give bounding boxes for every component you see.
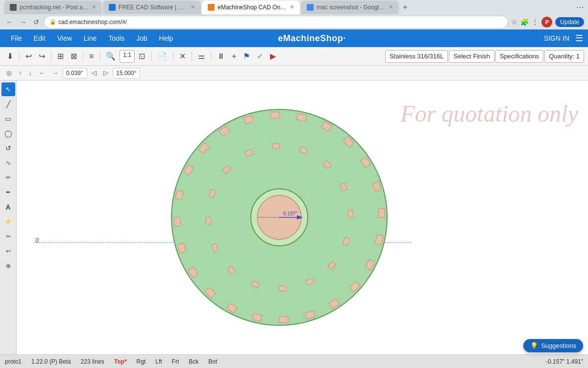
youtube-button[interactable]: ▶ bbox=[267, 50, 279, 63]
menu-help[interactable]: Help bbox=[153, 32, 179, 44]
snap-icon[interactable]: ◎ bbox=[4, 68, 14, 78]
reload-button[interactable]: ↺ bbox=[31, 16, 41, 28]
cad-drawing: 0.197" bbox=[162, 100, 397, 335]
hamburger-icon[interactable]: ☰ bbox=[575, 33, 583, 44]
svg-rect-31 bbox=[348, 210, 353, 217]
quantity-display: Quantity: 1 bbox=[544, 50, 584, 63]
zoom-out-button[interactable]: 🔍 bbox=[103, 50, 119, 63]
view-frt-button[interactable]: Frt bbox=[172, 358, 179, 365]
rectangle-tool-button[interactable]: ▭ bbox=[1, 112, 15, 126]
angle-left-icon[interactable]: ◁ bbox=[89, 68, 99, 78]
dim-zero-label: 0 bbox=[35, 237, 39, 244]
lock-icon: 🔒 bbox=[49, 19, 56, 25]
menu-line[interactable]: Line bbox=[78, 32, 102, 44]
settings-icon[interactable]: ⋮ bbox=[532, 18, 539, 26]
magnet-tool-button[interactable]: ⊕ bbox=[1, 259, 15, 273]
close-tab-2-icon[interactable]: ✕ bbox=[191, 4, 195, 10]
profile-button[interactable]: P bbox=[541, 17, 552, 27]
suggestions-icon: 💡 bbox=[530, 342, 538, 349]
ungroup-button[interactable]: ⊠ bbox=[68, 50, 80, 63]
select-tool-button[interactable]: ↖ bbox=[1, 82, 15, 96]
menu-tools[interactable]: Tools bbox=[102, 32, 130, 44]
up-arrow-icon[interactable]: ↑ bbox=[16, 68, 24, 78]
arc-tool-button[interactable]: ↺ bbox=[1, 141, 15, 155]
undo-button[interactable]: ↩ bbox=[23, 50, 35, 63]
separator-2 bbox=[51, 52, 51, 61]
specifications-button[interactable]: Specifications bbox=[495, 50, 543, 63]
add-button[interactable]: + bbox=[229, 50, 239, 63]
close-tab-3-icon[interactable]: ✕ bbox=[290, 4, 294, 10]
text-tool-button[interactable]: A bbox=[1, 200, 15, 214]
tab-google[interactable]: mac screenshot - Google Sear... ✕ bbox=[301, 0, 399, 14]
forward-button[interactable]: → bbox=[18, 16, 28, 28]
tab-emachineshop[interactable]: eMachineShop CAD Online | N... ✕ bbox=[202, 0, 300, 14]
tab-bar: pcmhacking.net - Post a reply ✕ FREE CAD… bbox=[0, 0, 588, 15]
extension-icon[interactable]: 🧩 bbox=[520, 18, 529, 26]
secondary-toolbar: ◎ ↑ ↓ ← → 0.039" ◁ ▷ 15.000° bbox=[0, 66, 588, 80]
menu-view[interactable]: View bbox=[51, 32, 78, 44]
menu-file[interactable]: File bbox=[5, 32, 28, 44]
line-tool-button[interactable]: ╱ bbox=[1, 97, 15, 111]
separator-4 bbox=[99, 52, 100, 61]
right-arrow-icon[interactable]: → bbox=[49, 68, 61, 78]
sketch-tool-button[interactable]: ✏ bbox=[1, 171, 15, 184]
view-bot-button[interactable]: Bot bbox=[208, 358, 217, 365]
menu-edit[interactable]: Edit bbox=[28, 32, 51, 44]
check-button[interactable]: ✓ bbox=[254, 50, 266, 63]
separator-7 bbox=[192, 52, 192, 61]
new-tab-button[interactable]: + bbox=[400, 3, 410, 12]
back-button[interactable]: ← bbox=[4, 16, 15, 28]
view-bck-button[interactable]: Bck bbox=[189, 358, 198, 365]
material-selector[interactable]: Stainless 316/316L bbox=[385, 50, 448, 63]
zoom-level-display[interactable]: 1:1 bbox=[120, 50, 135, 63]
separator-5 bbox=[151, 52, 151, 61]
bookmark-icon[interactable]: ☆ bbox=[511, 18, 517, 26]
redo-button[interactable]: ↪ bbox=[36, 50, 48, 63]
svg-rect-39 bbox=[206, 217, 211, 224]
pen-tool-button[interactable]: ✒ bbox=[1, 185, 15, 199]
tab-freecad[interactable]: FREE CAD Software | Design C... ✕ bbox=[103, 0, 201, 14]
angle-right-icon[interactable]: ▷ bbox=[101, 68, 111, 78]
mirror-button[interactable]: ⚌ bbox=[195, 50, 208, 63]
left-toolbar: ↖ ╱ ▭ ◯ ↺ ∿ ✏ ✒ A ⚡ ✂ ↩ ⊕ bbox=[0, 80, 17, 354]
trim-tool-button[interactable]: ✂ bbox=[1, 230, 15, 243]
left-arrow-icon[interactable]: ← bbox=[36, 68, 48, 78]
separator-3 bbox=[83, 52, 83, 61]
group-button[interactable]: ⊞ bbox=[54, 50, 67, 63]
browser-chrome: pcmhacking.net - Post a reply ✕ FREE CAD… bbox=[0, 0, 588, 29]
url-bar[interactable]: 🔒 cad.emachineshop.com/#/ bbox=[44, 16, 508, 28]
menu-right: SIGN IN ☰ bbox=[544, 33, 583, 44]
sign-in-button[interactable]: SIGN IN bbox=[544, 34, 569, 42]
coordinates-display: -0.157" 1.491" bbox=[546, 358, 583, 365]
angle-value[interactable]: 15.000° bbox=[113, 68, 140, 79]
svg-text:0.197": 0.197" bbox=[283, 211, 297, 216]
finish-selector[interactable]: Select Finish bbox=[449, 50, 494, 63]
view-top-button[interactable]: Top* bbox=[114, 358, 127, 365]
spline-tool-button[interactable]: ∿ bbox=[1, 156, 15, 170]
flag-button[interactable]: ⚑ bbox=[240, 50, 253, 63]
suggestions-button[interactable]: 💡 Suggestions bbox=[523, 339, 583, 352]
view-rgt-button[interactable]: Rgt bbox=[137, 358, 146, 365]
fillet-tool-button[interactable]: ↩ bbox=[1, 244, 15, 258]
download-button[interactable]: ⬇ bbox=[4, 50, 16, 63]
watermark-text: For quotation only bbox=[400, 100, 578, 127]
tab-pcmhacking[interactable]: pcmhacking.net - Post a reply ✕ bbox=[4, 0, 102, 14]
version-info: 1.22.0 (P) Beta bbox=[31, 358, 71, 365]
snap-tool-button[interactable]: ⚡ bbox=[1, 215, 15, 229]
svg-rect-27 bbox=[272, 144, 279, 149]
close-tab-1-icon[interactable]: ✕ bbox=[92, 4, 96, 10]
delete-button[interactable]: ✕ bbox=[176, 50, 189, 63]
view-lft-button[interactable]: Lft bbox=[155, 358, 162, 365]
toolbar-right: Stainless 316/316L Select Finish Specifi… bbox=[385, 50, 584, 63]
zoom-fit-button[interactable]: ⊡ bbox=[136, 50, 148, 63]
page-button[interactable]: 📄 bbox=[154, 50, 170, 63]
circle-tool-button[interactable]: ◯ bbox=[1, 127, 15, 140]
offset-value[interactable]: 0.039" bbox=[63, 68, 87, 79]
layers-button[interactable]: ≡ bbox=[86, 50, 97, 63]
menu-job[interactable]: Job bbox=[130, 32, 153, 44]
update-button[interactable]: Update bbox=[555, 17, 584, 27]
pause-button[interactable]: ⏸ bbox=[214, 50, 228, 63]
down-arrow-icon[interactable]: ↓ bbox=[26, 68, 35, 78]
close-tab-4-icon[interactable]: ✕ bbox=[389, 4, 393, 10]
canvas[interactable]: For quotation only 0 180 bbox=[17, 80, 588, 354]
